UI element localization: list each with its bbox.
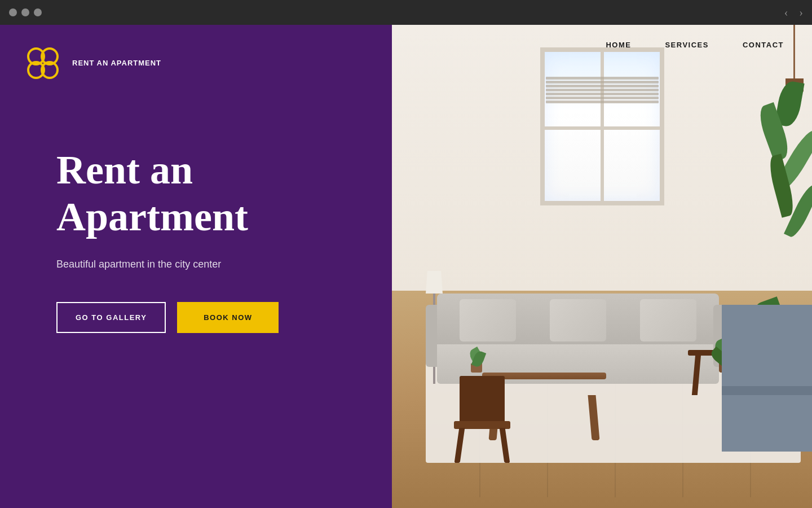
side-chair [722, 294, 812, 452]
hero-subtitle: Beautiful apartment in the city center [56, 259, 336, 270]
nav-home[interactable]: HOME [606, 41, 631, 49]
logo-icon [23, 43, 63, 84]
small-plant [471, 364, 482, 373]
dot-yellow[interactable] [21, 8, 29, 16]
sofa-back [437, 294, 719, 344]
chair-leg-right [500, 428, 510, 463]
hero-title-line1: Rent an [56, 147, 193, 192]
nav-contact[interactable]: CONTACT [743, 41, 784, 49]
dot-green[interactable] [34, 8, 42, 16]
main-container: RENT AN APARTMENT Rent an Apartment Beau… [0, 25, 812, 508]
window-blinds [546, 77, 659, 111]
hero-content: Rent an Apartment Beautiful apartment in… [0, 102, 392, 508]
cushion-2 [550, 299, 606, 341]
brand-name: RENT AN APARTMENT [72, 58, 161, 68]
chair-back [460, 376, 505, 421]
side-chair-body [722, 305, 812, 452]
browser-chrome: ‹ › [0, 0, 812, 25]
table-leg-right [588, 395, 600, 440]
chair-leg-left [454, 428, 465, 463]
cushion-3 [640, 299, 696, 341]
right-panel: HOME SERVICES CONTACT [392, 25, 812, 508]
back-arrow-icon[interactable]: ‹ [784, 6, 788, 19]
dot-red[interactable] [9, 8, 17, 16]
hero-title-line2: Apartment [56, 194, 248, 239]
book-now-button[interactable]: BOOK NOW [177, 302, 279, 333]
forward-arrow-icon[interactable]: › [799, 6, 803, 19]
browser-navigation: ‹ › [784, 6, 803, 19]
side-chair-arm [722, 386, 812, 395]
room-scene [392, 25, 812, 508]
browser-dots [9, 8, 42, 16]
gallery-button[interactable]: GO TO GALLERY [56, 302, 166, 333]
hero-title: Rent an Apartment [56, 147, 336, 240]
top-navigation: HOME SERVICES CONTACT [392, 25, 812, 65]
lamp-shade [426, 271, 443, 294]
left-panel: RENT AN APARTMENT Rent an Apartment Beau… [0, 25, 392, 508]
wooden-chair [448, 373, 516, 463]
button-group: GO TO GALLERY BOOK NOW [56, 302, 336, 333]
room-window [540, 47, 664, 205]
header: RENT AN APARTMENT [0, 25, 392, 102]
cushion-1 [460, 299, 516, 341]
nav-services[interactable]: SERVICES [665, 41, 709, 49]
